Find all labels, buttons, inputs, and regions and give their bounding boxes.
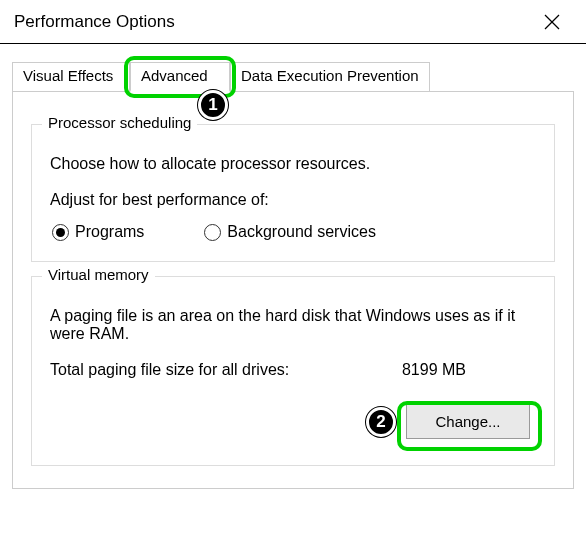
adjust-label: Adjust for best performance of: <box>50 191 536 209</box>
total-paging-value: 8199 MB <box>402 361 466 379</box>
annotation-badge-2: 2 <box>366 407 396 437</box>
tab-dep[interactable]: Data Execution Prevention <box>230 62 430 92</box>
group-legend: Virtual memory <box>42 266 155 283</box>
button-label: Change... <box>435 413 500 430</box>
annotation-badge-1: 1 <box>198 90 228 120</box>
title-bar: Performance Options <box>0 0 586 44</box>
radio-icon <box>52 224 69 241</box>
radio-programs[interactable]: Programs <box>52 223 144 241</box>
tab-label: Visual Effects <box>23 67 113 84</box>
radio-background-services[interactable]: Background services <box>204 223 376 241</box>
tab-label: Advanced <box>141 67 208 84</box>
window-title: Performance Options <box>14 12 175 32</box>
radio-label: Programs <box>75 223 144 241</box>
tab-visual-effects[interactable]: Visual Effects <box>12 62 130 92</box>
total-paging-label: Total paging file size for all drives: <box>50 361 289 379</box>
group-processor-scheduling: Processor scheduling Choose how to alloc… <box>31 124 555 262</box>
close-icon <box>544 14 560 30</box>
radio-label: Background services <box>227 223 376 241</box>
radio-icon <box>204 224 221 241</box>
close-button[interactable] <box>532 2 572 42</box>
processor-intro: Choose how to allocate processor resourc… <box>50 155 536 173</box>
group-virtual-memory: Virtual memory A paging file is an area … <box>31 276 555 466</box>
change-button[interactable]: Change... <box>406 403 530 439</box>
tab-strip: Visual Effects Advanced Data Execution P… <box>12 62 574 92</box>
virtual-memory-description: A paging file is an area on the hard dis… <box>50 307 536 343</box>
tab-label: Data Execution Prevention <box>241 67 419 84</box>
tab-panel-advanced: Processor scheduling Choose how to alloc… <box>12 92 574 489</box>
tab-advanced[interactable]: Advanced <box>130 62 230 92</box>
group-legend: Processor scheduling <box>42 114 197 131</box>
